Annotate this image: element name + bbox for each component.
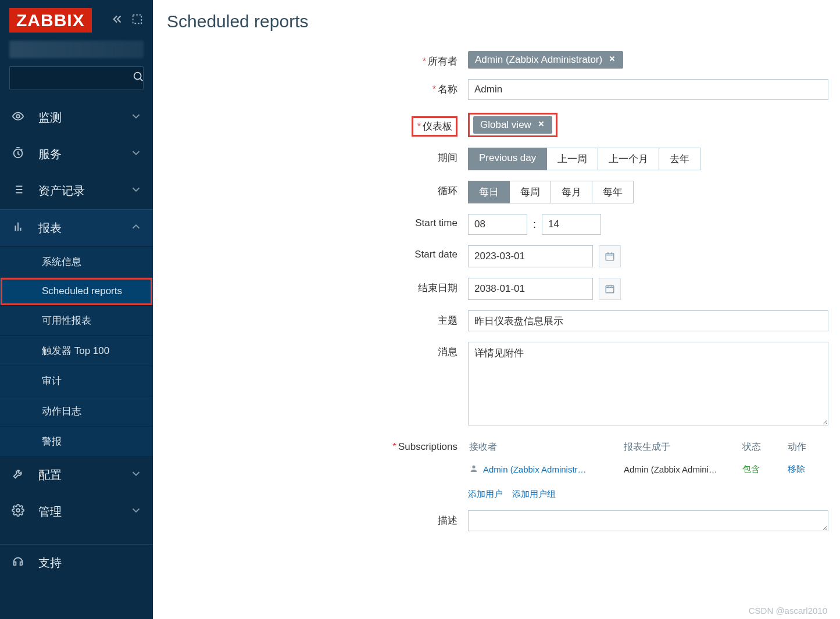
svg-point-4 (16, 509, 20, 512)
subscriptions-label: *Subscriptions (167, 438, 468, 453)
nav-support[interactable]: 支持 (0, 545, 153, 581)
chevron-up-icon (130, 220, 142, 236)
owner-label: *所有者 (167, 51, 468, 68)
end-date-label: 结束日期 (167, 278, 468, 295)
search-input[interactable] (16, 73, 132, 84)
description-textarea[interactable] (468, 510, 828, 531)
start-date-label: Start date (167, 245, 468, 260)
wrench-icon (10, 467, 26, 483)
eye-icon (10, 110, 26, 126)
nav-configuration[interactable]: 配置 (0, 457, 153, 493)
period-label: 期间 (167, 148, 468, 164)
nav-monitoring[interactable]: 监测 (0, 99, 153, 136)
period-group: Previous day 上一周 上一个月 去年 (468, 148, 833, 170)
col-recipient: 接收者 (469, 441, 624, 453)
period-last-week[interactable]: 上一周 (547, 148, 598, 170)
status-value[interactable]: 包含 (742, 464, 788, 475)
cycle-daily[interactable]: 每日 (468, 181, 510, 203)
owner-tag[interactable]: Admin (Zabbix Administrator) (468, 51, 623, 69)
remove-action[interactable]: 移除 (788, 464, 832, 475)
sub-notifications[interactable]: 警报 (0, 427, 153, 457)
collapse-icon[interactable] (111, 13, 124, 28)
svg-point-2 (16, 115, 20, 118)
start-date-input[interactable] (468, 245, 593, 267)
chevron-down-icon (130, 467, 142, 483)
nav-label: 支持 (38, 555, 142, 571)
owner-tag-text: Admin (Zabbix Administrator) (475, 54, 602, 66)
page-title: Scheduled reports (167, 12, 840, 31)
subject-label: 主题 (167, 310, 468, 327)
expand-icon[interactable] (131, 13, 144, 28)
sub-audit[interactable]: 审计 (0, 366, 153, 396)
watermark: CSDN @ascarl2010 (749, 606, 827, 616)
start-time-min[interactable] (542, 214, 601, 235)
search-box[interactable] (9, 66, 144, 90)
close-icon[interactable] (537, 119, 545, 131)
nav-label: 服务 (38, 146, 130, 162)
subscriptions-table: 接收者 报表生成于 状态 动作 Admin (Zabbix Administr…… (468, 438, 833, 500)
svg-point-1 (134, 73, 141, 80)
org-name-blur (9, 41, 144, 58)
chevron-down-icon (130, 183, 142, 199)
svg-rect-6 (606, 286, 614, 293)
chevron-down-icon (130, 110, 142, 126)
sidebar: ZABBIX 监测 服务 (0, 0, 153, 619)
end-date-input[interactable] (468, 278, 593, 300)
nav-administration[interactable]: 管理 (0, 493, 153, 530)
headset-icon (10, 555, 26, 571)
cycle-weekly[interactable]: 每周 (510, 181, 551, 203)
nav-services[interactable]: 服务 (0, 136, 153, 173)
add-user-link[interactable]: 添加用户 (468, 489, 503, 500)
col-generated-by: 报表生成于 (624, 441, 742, 453)
svg-rect-0 (133, 15, 142, 23)
generated-by-value: Admin (Zabbix Admini… (624, 464, 742, 474)
add-user-group-link[interactable]: 添加用户组 (512, 489, 556, 500)
nav-label: 报表 (38, 220, 130, 236)
sub-system-info[interactable]: 系统信息 (0, 247, 153, 277)
description-label: 描述 (167, 510, 468, 527)
search-icon (132, 70, 145, 86)
nav-inventory[interactable]: 资产记录 (0, 173, 153, 209)
nav-reports[interactable]: 报表 (0, 209, 153, 247)
start-time-label: Start time (167, 214, 468, 229)
nav-label: 配置 (38, 467, 130, 483)
svg-point-7 (472, 466, 475, 468)
cycle-yearly[interactable]: 每年 (592, 181, 634, 203)
time-separator: : (533, 219, 536, 231)
name-label: *名称 (167, 79, 468, 96)
stopwatch-icon (10, 146, 26, 162)
period-previous-day[interactable]: Previous day (468, 148, 547, 170)
nav-label: 资产记录 (38, 183, 130, 199)
recipient-link[interactable]: Admin (Zabbix Administr… (483, 464, 587, 474)
subject-input[interactable] (468, 310, 828, 331)
message-label: 消息 (167, 342, 468, 359)
start-time-hour[interactable] (468, 214, 527, 235)
sub-triggers-top100[interactable]: 触发器 Top 100 (0, 336, 153, 366)
chevron-down-icon (130, 146, 142, 162)
period-last-month[interactable]: 上一个月 (598, 148, 659, 170)
message-textarea[interactable] (468, 342, 828, 425)
sub-action-log[interactable]: 动作日志 (0, 396, 153, 427)
dashboard-tag[interactable]: Global view (473, 116, 552, 134)
user-icon (469, 464, 478, 475)
col-status: 状态 (742, 441, 788, 453)
sub-availability[interactable]: 可用性报表 (0, 306, 153, 336)
chevron-down-icon (130, 504, 142, 520)
dashboard-tag-text: Global view (480, 119, 531, 131)
close-icon[interactable] (608, 54, 616, 66)
dashboard-label: *仪表板 (167, 110, 468, 137)
nav-label: 管理 (38, 504, 130, 520)
main-content: Scheduled reports *所有者 Admin (Zabbix Adm… (153, 0, 840, 619)
cycle-group: 每日 每周 每月 每年 (468, 181, 833, 203)
name-input[interactable] (468, 79, 828, 100)
subscriptions-header: 接收者 报表生成于 状态 动作 (468, 438, 833, 459)
cycle-monthly[interactable]: 每月 (551, 181, 592, 203)
report-form: *所有者 Admin (Zabbix Administrator) *名称 *仪… (167, 51, 840, 578)
period-last-year[interactable]: 去年 (659, 148, 700, 170)
calendar-icon[interactable] (599, 245, 621, 267)
sub-scheduled-reports[interactable]: Scheduled reports (0, 277, 153, 306)
sidebar-top: ZABBIX (0, 0, 153, 38)
col-action: 动作 (788, 441, 832, 453)
chart-icon (10, 220, 26, 236)
calendar-icon[interactable] (599, 278, 621, 300)
